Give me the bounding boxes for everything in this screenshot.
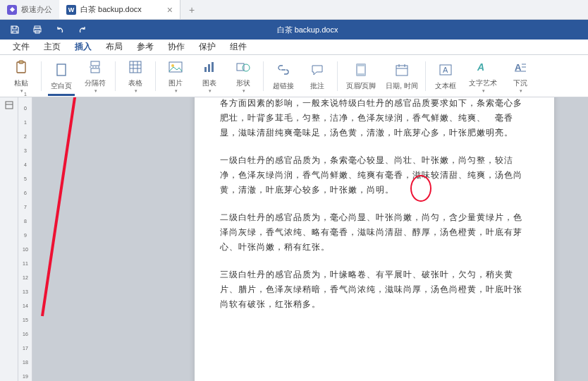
separator <box>337 61 338 91</box>
svg-rect-24 <box>396 66 408 75</box>
ruler-tick: 1 <box>20 120 31 125</box>
ruler-tick: 12 <box>20 275 31 280</box>
textbox-icon: A <box>439 61 452 78</box>
separator <box>155 61 156 91</box>
svg-rect-18 <box>212 62 214 72</box>
separator-button[interactable]: 分隔符▾ <box>78 57 112 95</box>
brand-icon <box>7 5 17 15</box>
dropcap-button[interactable]: A 下沉▾ <box>503 57 537 95</box>
ruler-tick: 18 <box>20 360 31 365</box>
chevron-down-icon: ▾ <box>135 88 137 94</box>
paragraph[interactable]: 各方面因素的影响，一般来说特级白牡丹的感官品质要求如下，条索毫心多肥壮，叶背多茸… <box>220 97 529 140</box>
side-pane <box>0 97 18 381</box>
menu-insert[interactable]: 插入 <box>68 40 99 54</box>
picture-label: 图片 <box>169 78 183 88</box>
separator <box>425 61 426 91</box>
paragraph[interactable]: 二级白牡丹的感官品质为，毫心尚显、叶张尚嫩，尚匀，含少量黄绿片，色泽尚灰绿，香气… <box>220 210 529 255</box>
vertical-ruler: 101234567891011121314151617181920 <box>18 97 32 381</box>
print-button[interactable] <box>27 21 48 38</box>
titlebar: 白茶 backup.docx <box>0 20 588 40</box>
ruler-tick: 0 <box>20 106 31 111</box>
document-title: 白茶 backup.docx <box>97 25 588 35</box>
wordart-icon: A <box>476 59 490 75</box>
svg-rect-35 <box>6 102 13 109</box>
table-label: 表格 <box>128 78 142 88</box>
app-topbar: 极速办公 W 白茶 backup.docx × + <box>0 0 588 20</box>
close-icon[interactable]: × <box>167 4 173 16</box>
new-tab-button[interactable]: + <box>180 0 203 19</box>
menu-protect[interactable]: 保护 <box>192 40 223 54</box>
datetime-button[interactable]: 日期, 时间 <box>381 57 422 95</box>
chart-button[interactable]: 图表▾ <box>192 57 226 95</box>
picture-button[interactable]: 图片▾ <box>159 57 192 95</box>
comment-button[interactable]: 批注 <box>300 57 334 95</box>
paste-button[interactable]: 粘贴▾ <box>4 57 38 95</box>
ruler-tick: 10 <box>20 247 31 252</box>
svg-rect-14 <box>169 62 182 72</box>
shape-icon <box>236 59 250 75</box>
comment-icon <box>311 61 324 78</box>
workarea: 101234567891011121314151617181920 各方面因素的… <box>0 97 588 381</box>
svg-rect-16 <box>204 67 207 72</box>
hyperlink-label: 超链接 <box>273 81 294 91</box>
headerfooter-button[interactable]: 页眉/页脚 <box>341 57 381 95</box>
svg-rect-4 <box>19 61 23 64</box>
document-canvas[interactable]: 各方面因素的影响，一般来说特级白牡丹的感官品质要求如下，条索毫心多肥壮，叶背多茸… <box>32 97 588 381</box>
ruler-tick: 1 <box>20 92 31 97</box>
headerfooter-label: 页眉/页脚 <box>346 81 376 91</box>
chevron-down-icon: ▾ <box>243 88 245 94</box>
menubar: 文件 主页 插入 布局 参考 协作 保护 组件 <box>0 40 588 55</box>
page: 各方面因素的影响，一般来说特级白牡丹的感官品质要求如下，条索毫心多肥壮，叶背多茸… <box>195 97 554 381</box>
ruler-tick: 13 <box>20 289 31 294</box>
chevron-down-icon: ▾ <box>482 88 485 94</box>
print-icon <box>32 25 42 35</box>
wordart-button[interactable]: A 文字艺术▾ <box>463 57 503 95</box>
textbox-label: 文本框 <box>435 81 456 91</box>
menu-layout[interactable]: 布局 <box>99 40 130 54</box>
blankpage-button[interactable]: 空白页 <box>44 57 78 95</box>
svg-rect-17 <box>208 64 210 72</box>
chevron-down-icon: ▾ <box>520 88 522 94</box>
paste-label: 粘贴 <box>14 78 28 88</box>
menu-component[interactable]: 组件 <box>223 40 254 54</box>
outline-toggle-button[interactable] <box>3 99 16 111</box>
menu-collab[interactable]: 协作 <box>161 40 192 54</box>
ruler-tick: 16 <box>20 332 31 337</box>
hyperlink-button[interactable]: 超链接 <box>267 57 300 95</box>
textbox-button[interactable]: A 文本框 <box>429 57 463 95</box>
separator <box>263 61 264 91</box>
table-icon <box>129 59 142 75</box>
clipboard-icon <box>15 59 27 75</box>
separator <box>115 61 116 91</box>
blank-page-icon <box>56 61 67 78</box>
separator-label: 分隔符 <box>85 78 106 88</box>
undo-button[interactable] <box>49 21 71 38</box>
ruler-tick: 17 <box>20 346 31 351</box>
blankpage-label: 空白页 <box>51 81 72 91</box>
header-footer-icon <box>355 61 367 78</box>
table-button[interactable]: 表格▾ <box>118 57 152 95</box>
active-indicator <box>48 94 75 96</box>
menu-home[interactable]: 主页 <box>37 40 68 54</box>
menu-file[interactable]: 文件 <box>6 40 37 54</box>
menu-reference[interactable]: 参考 <box>130 40 161 54</box>
paragraph[interactable]: 三级白牡丹的感官品质为，叶缘略卷、有平展叶、破张叶，欠匀，稍夹黄片、腊片，色泽灰… <box>220 267 529 312</box>
dropcap-icon: A <box>514 59 527 75</box>
separator <box>41 61 42 91</box>
word-file-icon: W <box>66 5 76 15</box>
ruler-tick: 15 <box>20 318 31 322</box>
paragraph[interactable]: 一级白牡丹的感官品质为，条索毫心较显、尚壮、叶张嫩，尚匀整，较洁净，色泽灰绿尚润… <box>220 153 529 198</box>
svg-rect-6 <box>91 61 99 66</box>
svg-text:A: A <box>477 61 484 73</box>
ruler-tick: 7 <box>20 205 31 210</box>
ruler-tick: 14 <box>20 303 31 308</box>
chart-label: 图表 <box>202 78 216 88</box>
picture-icon <box>169 59 183 75</box>
chevron-down-icon: ▾ <box>175 88 178 94</box>
shape-button[interactable]: 形状▾ <box>226 57 260 95</box>
document-tab[interactable]: W 白茶 backup.docx × <box>59 0 180 19</box>
datetime-label: 日期, 时间 <box>386 81 418 91</box>
ruler-tick: 4 <box>20 162 31 167</box>
redo-button[interactable] <box>72 21 93 38</box>
save-button[interactable] <box>4 21 25 38</box>
